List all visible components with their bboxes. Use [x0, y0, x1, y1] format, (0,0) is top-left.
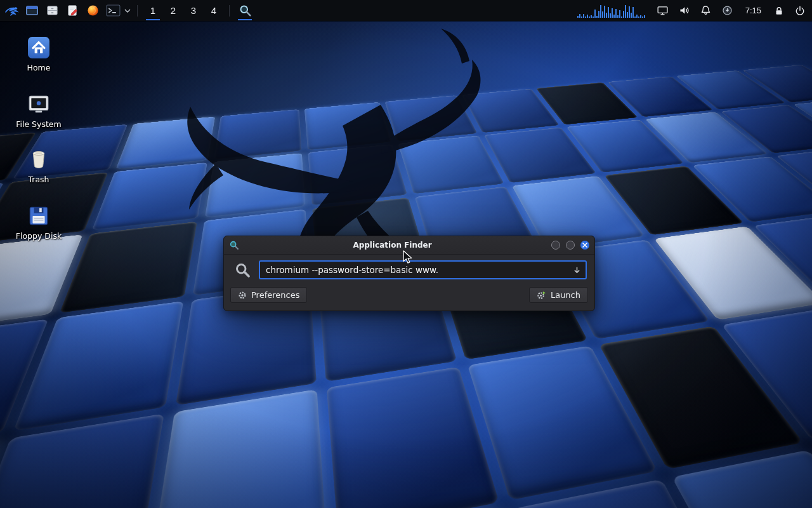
desktop-icon-file-system[interactable]: File System	[13, 91, 65, 129]
launch-button-label: Launch	[551, 290, 580, 300]
workspace-1-label: 1	[150, 5, 155, 16]
cpu-graph[interactable]	[577, 4, 647, 18]
workspace-2[interactable]: 2	[163, 0, 183, 21]
volume-icon[interactable]	[678, 0, 690, 21]
power-icon[interactable]	[794, 0, 806, 21]
search-icon	[234, 262, 251, 279]
workspace-4-label: 4	[211, 5, 216, 16]
window-titlebar[interactable]: Application Finder	[224, 236, 594, 255]
desktop-icon-floppy-disk[interactable]: Floppy Disk	[13, 203, 65, 241]
desktop-icon-label: File System	[16, 119, 62, 129]
command-input[interactable]	[259, 260, 587, 279]
close-icon	[582, 243, 587, 248]
file-system-icon	[27, 91, 50, 116]
workspace-3[interactable]: 3	[183, 0, 204, 21]
close-button[interactable]	[580, 241, 589, 250]
minimize-button[interactable]	[551, 241, 560, 250]
launch-button[interactable]: Launch	[529, 287, 588, 303]
terminal-icon[interactable]	[103, 0, 123, 21]
preferences-button[interactable]: Preferences	[230, 287, 307, 303]
top-panel: 1 2 3 4	[0, 0, 812, 21]
desktop-icon-label: Home	[27, 63, 51, 72]
file-manager-icon[interactable]	[42, 0, 62, 21]
desktop-icon-label: Floppy Disk	[16, 231, 62, 241]
workspace-1[interactable]: 1	[143, 0, 163, 21]
clock[interactable]: 7:15	[743, 0, 764, 21]
launch-icon	[537, 290, 546, 300]
window-title: Application Finder	[239, 241, 546, 250]
workspace-4[interactable]: 4	[204, 0, 224, 21]
app-finder-window-icon	[229, 240, 239, 250]
home-icon	[27, 35, 50, 59]
panel-separator	[229, 5, 230, 17]
workspace-2-label: 2	[171, 5, 176, 16]
gear-icon	[238, 291, 247, 300]
application-finder-window: Application Finder	[223, 236, 595, 311]
display-icon[interactable]	[657, 0, 669, 21]
window-icon[interactable]	[22, 0, 42, 21]
firefox-icon[interactable]	[82, 0, 103, 21]
desktop-icon-list: Home File System Trash	[13, 35, 65, 260]
preferences-button-label: Preferences	[251, 290, 299, 300]
chevron-down-icon[interactable]	[123, 0, 132, 21]
kali-menu-icon[interactable]	[1, 0, 22, 21]
floppy-disk-icon	[27, 203, 50, 227]
desktop-icon-trash[interactable]: Trash	[13, 147, 65, 184]
desktop-icon-home[interactable]: Home	[13, 35, 65, 72]
history-dropdown-button[interactable]	[569, 262, 585, 277]
arrow-down-icon	[573, 266, 581, 274]
panel-separator	[137, 5, 138, 17]
trash-icon	[28, 147, 49, 171]
lock-icon[interactable]	[773, 0, 785, 21]
app-finder-taskbar-icon[interactable]	[235, 0, 255, 21]
maximize-button[interactable]	[566, 241, 575, 250]
workspace-3-label: 3	[191, 5, 196, 16]
text-editor-icon[interactable]	[62, 0, 82, 21]
desktop-icon-label: Trash	[28, 175, 49, 184]
status-indicator-icon[interactable]	[721, 0, 733, 21]
notifications-icon[interactable]	[700, 0, 712, 21]
